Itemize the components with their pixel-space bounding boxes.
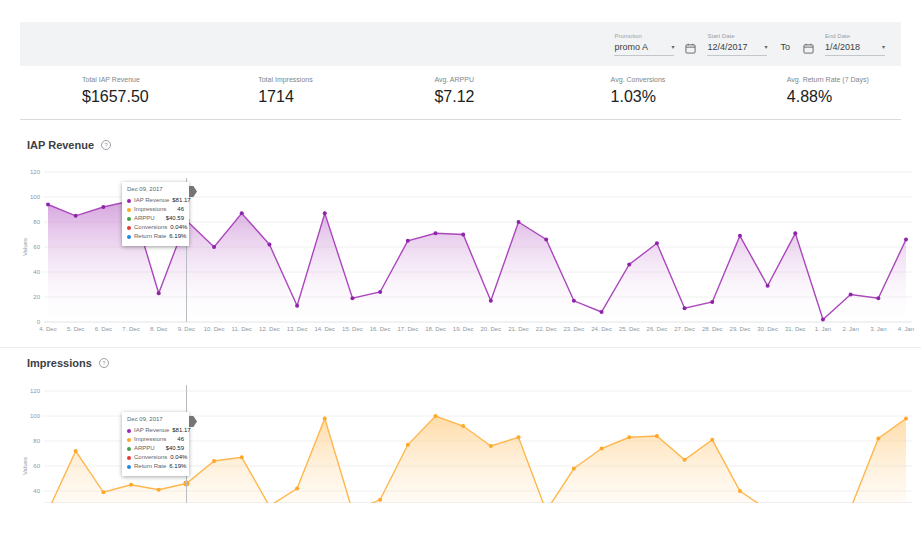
svg-text:3. Jan: 3. Jan bbox=[870, 326, 886, 332]
tooltip-row: IAP Revenue$81.17 bbox=[127, 427, 184, 434]
kpi-label: Total IAP Revenue bbox=[82, 76, 196, 83]
tooltip-series-value: $40.59 bbox=[166, 445, 184, 452]
end-date-value: 1/4/2018 bbox=[825, 42, 860, 52]
series-dot-icon bbox=[127, 438, 131, 442]
chart-tooltip: Dec 09, 2017 IAP Revenue$81.17Impression… bbox=[122, 412, 189, 476]
series-dot-icon bbox=[127, 465, 131, 469]
tooltip-series-value: $81.17 bbox=[172, 197, 190, 204]
end-date-calendar-icon[interactable] bbox=[803, 43, 814, 54]
svg-text:20: 20 bbox=[33, 294, 40, 300]
svg-text:28. Dec: 28. Dec bbox=[702, 326, 723, 332]
kpi-value: $1657.50 bbox=[82, 88, 196, 106]
series-dot-icon bbox=[127, 447, 131, 451]
tooltip-series-value: $40.59 bbox=[166, 215, 184, 222]
tooltip-row: Impressions46 bbox=[127, 436, 184, 443]
kpi-total-iap-revenue: Total IAP Revenue $1657.50 bbox=[20, 68, 196, 119]
start-date-label: Start Date bbox=[707, 33, 767, 39]
tooltip-series-label: Impressions bbox=[134, 206, 174, 213]
series-dot-icon bbox=[127, 208, 131, 212]
tooltip-row: ARPPU$40.59 bbox=[127, 445, 184, 452]
start-date-calendar-icon[interactable] bbox=[685, 43, 696, 54]
date-range-to-label: To bbox=[780, 42, 790, 52]
tooltip-series-label: Return Rate bbox=[134, 463, 166, 470]
tooltip-row: Conversions0.04% bbox=[127, 454, 184, 461]
svg-text:7. Dec: 7. Dec bbox=[122, 326, 139, 332]
svg-text:17. Dec: 17. Dec bbox=[397, 326, 418, 332]
tooltip-date: Dec 09, 2017 bbox=[127, 186, 184, 192]
tooltip-row: Impressions46 bbox=[127, 206, 184, 213]
y-axis-title: Values bbox=[22, 238, 28, 256]
tooltip-series-value: $81.17 bbox=[172, 427, 190, 434]
end-date-filter: End Date 1/4/2018 ▾ bbox=[825, 33, 885, 56]
svg-text:6. Dec: 6. Dec bbox=[95, 326, 112, 332]
svg-text:16. Dec: 16. Dec bbox=[370, 326, 391, 332]
svg-text:1. Jan: 1. Jan bbox=[815, 326, 831, 332]
svg-text:20. Dec: 20. Dec bbox=[480, 326, 501, 332]
chevron-down-icon: ▾ bbox=[882, 44, 885, 50]
kpi-label: Avg. Conversions bbox=[611, 76, 725, 83]
svg-text:24. Dec: 24. Dec bbox=[591, 326, 612, 332]
svg-text:120: 120 bbox=[30, 169, 41, 175]
tooltip-row: ARPPU$40.59 bbox=[127, 215, 184, 222]
x-axis-labels: 4. Dec5. Dec6. Dec7. Dec8. Dec9. Dec10. … bbox=[39, 326, 914, 332]
end-date-label: End Date bbox=[825, 33, 885, 39]
series-dot-icon bbox=[127, 226, 131, 230]
promotion-filter: Promotion promo A ▾ bbox=[614, 33, 674, 56]
kpi-label: Avg. Return Rate (7 Days) bbox=[787, 76, 901, 83]
tooltip-row: IAP Revenue$81.17 bbox=[127, 197, 184, 204]
svg-text:18. Dec: 18. Dec bbox=[425, 326, 446, 332]
svg-text:40: 40 bbox=[33, 488, 40, 494]
series-dot-icon bbox=[127, 456, 131, 460]
svg-text:27. Dec: 27. Dec bbox=[674, 326, 695, 332]
svg-text:21. Dec: 21. Dec bbox=[508, 326, 529, 332]
kpi-label: Total Impressions bbox=[258, 76, 372, 83]
dashboard: Promotion promo A ▾ Start Date 12/4/2017… bbox=[0, 0, 921, 533]
filter-bar: Promotion promo A ▾ Start Date 12/4/2017… bbox=[20, 22, 901, 66]
tooltip-series-label: Conversions bbox=[134, 224, 167, 231]
kpi-value: $7.12 bbox=[434, 88, 548, 106]
svg-text:15. Dec: 15. Dec bbox=[342, 326, 363, 332]
svg-text:30. Dec: 30. Dec bbox=[757, 326, 778, 332]
promotion-label: Promotion bbox=[614, 33, 674, 39]
svg-text:22. Dec: 22. Dec bbox=[536, 326, 557, 332]
tooltip-row: Conversions0.04% bbox=[127, 224, 184, 231]
help-icon[interactable]: ? bbox=[101, 140, 111, 150]
svg-text:9. Dec: 9. Dec bbox=[178, 326, 195, 332]
svg-text:4. Jan: 4. Jan bbox=[898, 326, 914, 332]
tooltip-series-value: 46 bbox=[177, 206, 184, 213]
promotion-select[interactable]: promo A ▾ bbox=[614, 42, 674, 56]
tooltip-series-label: Return Rate bbox=[134, 233, 166, 240]
chevron-down-icon: ▾ bbox=[671, 44, 674, 50]
svg-text:26. Dec: 26. Dec bbox=[647, 326, 668, 332]
series-dot-icon bbox=[127, 217, 131, 221]
svg-text:2. Jan: 2. Jan bbox=[842, 326, 858, 332]
tooltip-series-value: 0.04% bbox=[170, 454, 187, 461]
svg-text:8. Dec: 8. Dec bbox=[150, 326, 167, 332]
tooltip-series-label: ARPPU bbox=[134, 215, 163, 222]
help-icon[interactable]: ? bbox=[99, 358, 109, 368]
chevron-down-icon: ▾ bbox=[764, 44, 767, 50]
svg-text:60: 60 bbox=[33, 463, 40, 469]
tooltip-row: Return Rate6.19% bbox=[127, 233, 184, 240]
start-date-select[interactable]: 12/4/2017 ▾ bbox=[707, 42, 767, 56]
svg-text:31. Dec: 31. Dec bbox=[785, 326, 806, 332]
kpi-total-impressions: Total Impressions 1714 bbox=[196, 68, 372, 119]
svg-text:80: 80 bbox=[33, 219, 40, 225]
series-dot-icon bbox=[127, 199, 131, 203]
svg-text:25. Dec: 25. Dec bbox=[619, 326, 640, 332]
svg-text:80: 80 bbox=[33, 438, 40, 444]
iap-revenue-chart-title: IAP Revenue ? bbox=[27, 139, 111, 151]
kpi-avg-conversions: Avg. Conversions 1.03% bbox=[549, 68, 725, 119]
kpi-value: 1.03% bbox=[611, 88, 725, 106]
svg-text:12. Dec: 12. Dec bbox=[259, 326, 280, 332]
svg-text:13. Dec: 13. Dec bbox=[287, 326, 308, 332]
kpi-avg-return-rate: Avg. Return Rate (7 Days) 4.88% bbox=[725, 68, 901, 119]
kpi-label: Avg. ARPPU bbox=[434, 76, 548, 83]
start-date-value: 12/4/2017 bbox=[707, 42, 747, 52]
tooltip-row: Return Rate6.19% bbox=[127, 463, 184, 470]
svg-text:5. Dec: 5. Dec bbox=[67, 326, 84, 332]
end-date-select[interactable]: 1/4/2018 ▾ bbox=[825, 42, 885, 56]
svg-text:23. Dec: 23. Dec bbox=[564, 326, 585, 332]
tooltip-series-label: IAP Revenue bbox=[134, 197, 169, 204]
kpi-value: 4.88% bbox=[787, 88, 901, 106]
